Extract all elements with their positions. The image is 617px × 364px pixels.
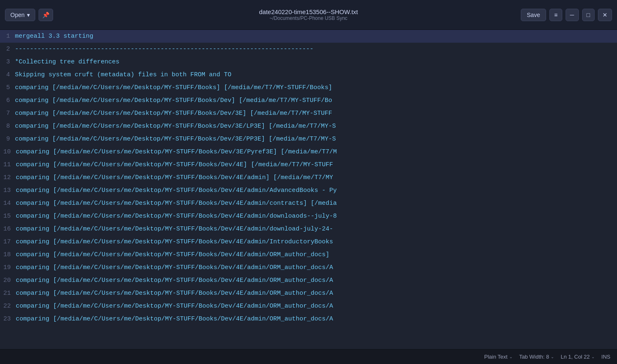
line-number: 5	[3, 84, 15, 91]
line-content: comparing [/media/me/C/Users/me/Desktop/…	[16, 315, 333, 323]
close-button[interactable]: ✕	[598, 9, 612, 21]
table-row: 21comparing [/media/me/C/Users/me/Deskto…	[0, 287, 617, 300]
line-number: 23	[3, 315, 16, 323]
line-number: 20	[3, 277, 16, 284]
line-number: 18	[3, 251, 16, 258]
line-number: 9	[3, 136, 15, 143]
table-row: 23comparing [/media/me/C/Users/me/Deskto…	[0, 313, 617, 325]
line-number: 13	[3, 187, 16, 194]
tab-width-chevron-icon: ⌄	[551, 354, 554, 359]
line-number: 15	[3, 213, 16, 220]
cursor-chevron-icon: ⌄	[591, 354, 595, 359]
table-row: 5comparing [/media/me/C/Users/me/Desktop…	[0, 81, 617, 94]
cursor-position-label: Ln 1, Col 22	[561, 354, 590, 360]
table-row: 1mergeall 3.3 starting	[0, 30, 617, 43]
line-number: 19	[3, 264, 16, 271]
editor-content[interactable]: 1mergeall 3.3 starting2-----------------…	[0, 30, 617, 349]
titlebar-title: date240220-time153506--SHOW.txt	[259, 8, 358, 15]
tab-width-label: Tab Width: 8	[519, 354, 549, 360]
titlebar-left: Open ▾ 📌	[5, 9, 53, 21]
table-row: 13comparing [/media/me/C/Users/me/Deskto…	[0, 184, 617, 197]
line-number: 6	[3, 97, 15, 104]
line-content: *Collecting tree differences	[15, 58, 119, 66]
cursor-position[interactable]: Ln 1, Col 22 ⌄	[561, 354, 595, 360]
table-row: 14comparing [/media/me/C/Users/me/Deskto…	[0, 197, 617, 210]
open-button[interactable]: Open ▾	[5, 9, 35, 21]
table-row: 4Skipping system cruft (metadata) files …	[0, 68, 617, 81]
table-row: 6comparing [/media/me/C/Users/me/Desktop…	[0, 94, 617, 107]
table-row: 18comparing [/media/me/C/Users/me/Deskto…	[0, 248, 617, 261]
open-label: Open	[10, 12, 24, 18]
line-content: comparing [/media/me/C/Users/me/Desktop/…	[16, 251, 329, 258]
line-content: comparing [/media/me/C/Users/me/Desktop/…	[15, 110, 332, 117]
table-row: 9comparing [/media/me/C/Users/me/Desktop…	[0, 133, 617, 146]
line-number: 1	[3, 33, 15, 40]
table-row: 3*Collecting tree differences	[0, 56, 617, 68]
line-content: comparing [/media/me/C/Users/me/Desktop/…	[16, 187, 337, 194]
insert-mode-label: INS	[601, 354, 610, 360]
table-row: 19comparing [/media/me/C/Users/me/Deskto…	[0, 261, 617, 274]
table-row: 15comparing [/media/me/C/Users/me/Deskto…	[0, 210, 617, 223]
open-chevron-icon: ▾	[27, 12, 30, 18]
plain-text-selector[interactable]: Plain Text ⌄	[484, 354, 513, 360]
menu-button[interactable]: ≡	[549, 9, 562, 21]
line-number: 17	[3, 238, 16, 245]
editor-area: 1mergeall 3.3 starting2-----------------…	[0, 30, 617, 349]
line-number: 2	[3, 46, 15, 53]
line-content: comparing [/media/me/C/Users/me/Desktop/…	[15, 84, 332, 91]
line-content: comparing [/media/me/C/Users/me/Desktop/…	[16, 174, 333, 181]
line-content: mergeall 3.3 starting	[15, 33, 93, 40]
pin-button[interactable]: 📌	[39, 9, 53, 21]
line-number: 4	[3, 71, 15, 78]
line-content: comparing [/media/me/C/Users/me/Desktop/…	[15, 123, 336, 130]
plain-text-chevron-icon: ⌄	[509, 354, 513, 359]
line-number: 21	[3, 290, 16, 297]
table-row: 20comparing [/media/me/C/Users/me/Deskto…	[0, 274, 617, 287]
line-content: comparing [/media/me/C/Users/me/Desktop/…	[16, 303, 333, 310]
line-content: comparing [/media/me/C/Users/me/Desktop/…	[16, 226, 333, 233]
line-content: comparing [/media/me/C/Users/me/Desktop/…	[15, 136, 336, 143]
line-content: comparing [/media/me/C/Users/me/Desktop/…	[16, 238, 333, 245]
tab-width-selector[interactable]: Tab Width: 8 ⌄	[519, 354, 554, 360]
line-content: comparing [/media/me/C/Users/me/Desktop/…	[16, 213, 337, 220]
table-row: 11comparing [/media/me/C/Users/me/Deskto…	[0, 158, 617, 171]
titlebar-right: Save ≡ ─ □ ✕	[521, 9, 612, 21]
line-content: comparing [/media/me/C/Users/me/Desktop/…	[16, 148, 337, 155]
line-content: comparing [/media/me/C/Users/me/Desktop/…	[16, 161, 333, 168]
line-number: 11	[3, 161, 16, 168]
line-content: comparing [/media/me/C/Users/me/Desktop/…	[16, 290, 333, 297]
table-row: 10comparing [/media/me/C/Users/me/Deskto…	[0, 146, 617, 158]
maximize-button[interactable]: □	[582, 9, 595, 21]
line-number: 8	[3, 123, 15, 130]
save-button[interactable]: Save	[521, 9, 547, 21]
line-content: comparing [/media/me/C/Users/me/Desktop/…	[15, 97, 332, 104]
table-row: 22comparing [/media/me/C/Users/me/Deskto…	[0, 300, 617, 313]
titlebar-center: date240220-time153506--SHOW.txt ~/Docume…	[259, 8, 358, 21]
table-row: 7comparing [/media/me/C/Users/me/Desktop…	[0, 107, 617, 120]
table-row: 12comparing [/media/me/C/Users/me/Deskto…	[0, 171, 617, 184]
titlebar-subtitle: ~/Documents/PC-Phone USB Sync	[259, 15, 358, 21]
line-number: 3	[3, 58, 15, 66]
pin-icon: 📌	[42, 12, 49, 18]
code-lines: 1mergeall 3.3 starting2-----------------…	[0, 30, 617, 349]
line-number: 14	[3, 200, 16, 207]
line-content: Skipping system cruft (metadata) files i…	[15, 71, 231, 78]
line-number: 7	[3, 110, 15, 117]
plain-text-label: Plain Text	[484, 354, 508, 360]
insert-mode[interactable]: INS	[601, 354, 610, 360]
line-content: ----------------------------------------…	[15, 46, 313, 53]
table-row: 17comparing [/media/me/C/Users/me/Deskto…	[0, 235, 617, 248]
line-number: 16	[3, 226, 16, 233]
table-row: 8comparing [/media/me/C/Users/me/Desktop…	[0, 120, 617, 133]
line-content: comparing [/media/me/C/Users/me/Desktop/…	[16, 277, 333, 284]
titlebar: Open ▾ 📌 date240220-time153506--SHOW.txt…	[0, 0, 617, 30]
table-row: 2---------------------------------------…	[0, 43, 617, 56]
line-number: 22	[3, 303, 16, 310]
line-number: 12	[3, 174, 16, 181]
line-number: 10	[3, 148, 16, 155]
minimize-button[interactable]: ─	[566, 9, 579, 21]
line-content: comparing [/media/me/C/Users/me/Desktop/…	[16, 200, 337, 207]
line-content: comparing [/media/me/C/Users/me/Desktop/…	[16, 264, 333, 271]
statusbar: Plain Text ⌄ Tab Width: 8 ⌄ Ln 1, Col 22…	[0, 349, 617, 364]
table-row: 16comparing [/media/me/C/Users/me/Deskto…	[0, 223, 617, 235]
